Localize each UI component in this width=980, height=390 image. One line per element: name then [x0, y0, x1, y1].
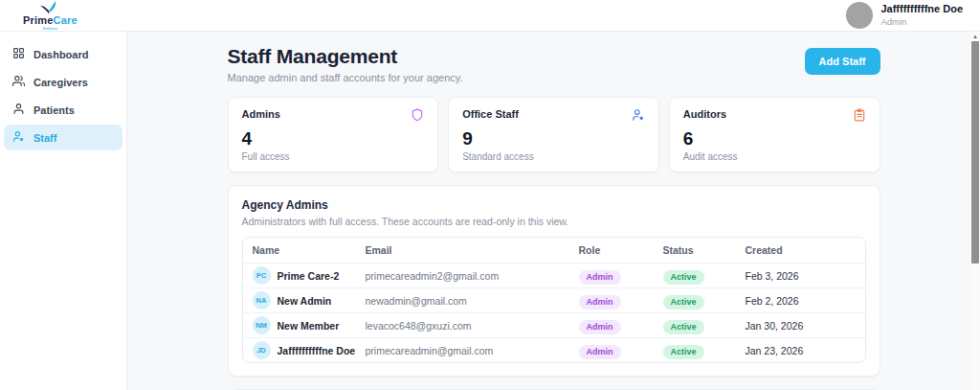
user-gear-icon: [632, 108, 645, 126]
status-badge: Active: [663, 345, 704, 359]
row-name: Prime Care-2: [278, 270, 340, 282]
stat-value: 4: [242, 128, 425, 149]
table-header-row: Name Email Role Status Created: [243, 238, 865, 263]
row-avatar: JD: [253, 341, 271, 359]
column-header-name: Name: [253, 238, 366, 263]
staff-icon: [12, 130, 25, 145]
agency-admins-section: Agency Admins Administrators with full a…: [228, 185, 880, 377]
column-header-role: Role: [579, 238, 663, 263]
role-badge: Admin: [579, 320, 621, 334]
row-created: Jan 30, 2026: [746, 320, 856, 332]
dashboard-icon: [12, 47, 25, 61]
stat-caption: Full access: [242, 151, 425, 162]
sidebar-item-dashboard[interactable]: Dashboard: [4, 41, 122, 67]
role-badge: Admin: [579, 270, 621, 285]
sidebar-item-label: Staff: [33, 132, 56, 144]
stat-label: Admins: [242, 108, 280, 120]
table-row[interactable]: PC Prime Care-2 primecareadmin2@gmail.co…: [243, 263, 865, 287]
stat-card-auditors: Auditors 6 Audit access: [669, 97, 880, 172]
top-bar: PrimeCare Software Jaffffffffffne Doe Ad…: [0, 0, 980, 32]
row-email: primecareadmin2@gmail.com: [366, 270, 579, 282]
stat-value: 6: [683, 128, 866, 149]
sidebar-item-label: Dashboard: [33, 49, 88, 60]
row-email: primecareadmin@gmail.com: [366, 345, 579, 356]
stat-card-office-staff: Office Staff 9 Standard access: [448, 97, 659, 172]
bird-logo-icon: [40, 1, 59, 14]
stat-value: 9: [462, 128, 645, 149]
status-badge: Active: [663, 270, 704, 285]
avatar: [846, 2, 873, 29]
user-role: Admin: [880, 16, 963, 28]
sidebar-item-label: Patients: [33, 104, 75, 116]
sidebar: Dashboard Caregivers Patients Staff: [0, 32, 127, 390]
stat-caption: Audit access: [683, 151, 866, 162]
row-avatar: NA: [253, 291, 271, 310]
row-avatar: NM: [253, 316, 271, 334]
status-badge: Active: [663, 320, 704, 334]
scroll-up-arrow-icon[interactable]: ▲: [970, 32, 980, 41]
row-name: Jaffffffffffne Doe: [278, 345, 356, 356]
stat-card-admins: Admins 4 Full access: [228, 97, 439, 172]
stat-cards-row: Admins 4 Full access Office Staff: [228, 97, 880, 172]
sidebar-item-label: Caregivers: [33, 77, 88, 88]
main-content: Staff Management Manage admin and staff …: [127, 32, 980, 390]
add-staff-button[interactable]: Add Staff: [805, 48, 880, 75]
section-subtitle: Administrators with full access. These a…: [242, 216, 866, 227]
table-row[interactable]: JD Jaffffffffffne Doe primecareadmin@gma…: [243, 337, 865, 362]
user-name: Jaffffffffffne Doe: [880, 3, 963, 16]
role-badge: Admin: [579, 295, 621, 310]
row-created: Jan 23, 2026: [746, 345, 856, 356]
user-menu[interactable]: Jaffffffffffne Doe Admin: [846, 2, 963, 29]
table-row[interactable]: NM New Member levacoc648@gxuzi.com Admin…: [243, 312, 865, 337]
logo-text: PrimeCare: [23, 15, 78, 26]
row-created: Feb 3, 2026: [746, 270, 856, 282]
sidebar-item-patients[interactable]: Patients: [4, 97, 122, 123]
row-email: levacoc648@gxuzi.com: [366, 320, 579, 332]
vertical-scrollbar[interactable]: ▲: [970, 32, 980, 390]
column-header-created: Created: [746, 238, 856, 263]
admins-table: Name Email Role Status Created PC Prime …: [242, 237, 866, 363]
logo-tagline: Software: [43, 27, 58, 31]
row-email: newadmin@gmail.com: [366, 295, 579, 307]
stat-caption: Standard access: [462, 151, 645, 162]
page-title: Staff Management: [228, 45, 463, 68]
column-header-status: Status: [663, 238, 746, 263]
page-subtitle: Manage admin and staff accounts for your…: [228, 72, 463, 83]
stat-label: Office Staff: [462, 108, 519, 120]
sidebar-item-caregivers[interactable]: Caregivers: [4, 69, 122, 95]
status-badge: Active: [663, 295, 704, 310]
scrollbar-thumb[interactable]: [971, 41, 979, 264]
row-created: Feb 2, 2026: [746, 295, 856, 307]
column-header-email: Email: [366, 238, 579, 263]
role-badge: Admin: [579, 345, 621, 359]
row-name: New Admin: [278, 295, 332, 307]
shield-icon: [411, 108, 424, 126]
patients-icon: [12, 103, 25, 117]
row-avatar: PC: [253, 266, 271, 285]
caregivers-icon: [12, 75, 25, 89]
section-title: Agency Admins: [242, 198, 866, 212]
clipboard-list-icon: [853, 108, 866, 126]
primecare-logo[interactable]: PrimeCare Software: [23, 1, 78, 31]
table-row[interactable]: NA New Admin newadmin@gmail.com Admin Ac…: [243, 287, 865, 312]
stat-label: Auditors: [683, 108, 726, 120]
row-name: New Member: [278, 320, 340, 332]
sidebar-item-staff[interactable]: Staff: [4, 125, 122, 150]
